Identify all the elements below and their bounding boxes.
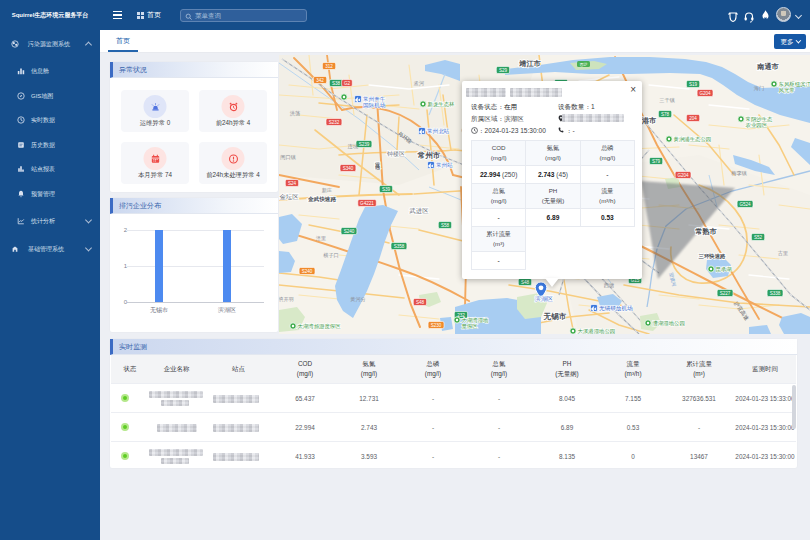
svg-text:无锡硕放机场: 无锡硕放机场 <box>599 305 633 312</box>
svg-text:S78: S78 <box>661 112 670 117</box>
svg-text:S239: S239 <box>359 142 370 147</box>
svg-text:武进区: 武进区 <box>408 207 429 215</box>
svg-text:S230: S230 <box>431 323 442 328</box>
svg-text:常熟市: 常熟市 <box>695 227 717 236</box>
svg-text:G524: G524 <box>739 202 751 207</box>
svg-text:三干镇: 三干镇 <box>659 97 675 103</box>
svg-text:S52: S52 <box>754 235 763 240</box>
svg-text:S48: S48 <box>416 300 425 305</box>
svg-text:S227: S227 <box>720 291 731 296</box>
svg-text:西沙: 西沙 <box>580 62 588 67</box>
svg-text:梅李镇: 梅李镇 <box>730 170 747 177</box>
svg-text:S79: S79 <box>652 159 661 164</box>
svg-text:南通市: 南通市 <box>756 62 779 71</box>
svg-text:S232: S232 <box>329 120 340 125</box>
svg-text:大溪港湿地公园: 大溪港湿地公园 <box>578 328 616 334</box>
svg-text:342: 342 <box>316 78 324 83</box>
svg-text:G2: G2 <box>344 81 351 86</box>
svg-text:孟河: 孟河 <box>413 80 425 87</box>
svg-text:新龙生态林: 新龙生态林 <box>428 101 456 107</box>
svg-text:黄涧浦生态公园: 黄涧浦生态公园 <box>674 136 712 143</box>
svg-text:S24: S24 <box>288 181 297 186</box>
svg-text:金武快速路: 金武快速路 <box>307 196 336 203</box>
svg-text:S58: S58 <box>441 223 450 228</box>
svg-text:常州北站: 常州北站 <box>427 128 450 135</box>
svg-text:港市: 港市 <box>642 116 657 125</box>
svg-text:S340: S340 <box>343 166 354 171</box>
svg-text:S29: S29 <box>499 68 508 73</box>
svg-text:常州站: 常州站 <box>436 162 453 169</box>
svg-text:海门: 海门 <box>754 85 764 92</box>
svg-text:靖江市: 靖江市 <box>518 59 541 68</box>
svg-text:横子口: 横子口 <box>323 252 339 259</box>
svg-text:湟里: 湟里 <box>316 235 326 242</box>
svg-text:G204: G204 <box>677 173 689 178</box>
svg-text:闸口镇: 闸口镇 <box>280 154 296 161</box>
svg-text:三环快速路: 三环快速路 <box>699 253 727 260</box>
svg-text:S19: S19 <box>689 82 698 87</box>
svg-text:S358: S358 <box>394 244 405 249</box>
svg-text:204: 204 <box>689 116 697 121</box>
svg-text:黄河分: 黄河分 <box>350 296 366 303</box>
svg-text:西塘: 西塘 <box>604 282 614 289</box>
svg-text:新庄: 新庄 <box>322 187 332 193</box>
svg-text:连境: 连境 <box>347 143 359 150</box>
svg-text:漕湖湿地公园: 漕湖湿地公园 <box>652 320 685 327</box>
svg-text:钟楼区: 钟楼区 <box>386 150 405 157</box>
svg-text:S38: S38 <box>332 81 341 86</box>
svg-text:S240: S240 <box>344 229 355 234</box>
svg-text:国际机场: 国际机场 <box>363 102 386 109</box>
svg-text:景假区: 景假区 <box>462 323 479 329</box>
svg-text:填开羽: 填开羽 <box>279 296 294 302</box>
svg-text:风光带: 风光带 <box>779 87 796 94</box>
svg-text:滨湖区: 滨湖区 <box>535 295 553 302</box>
svg-text:无锡市: 无锡市 <box>543 312 567 321</box>
svg-text:金坛区: 金坛区 <box>279 193 299 200</box>
svg-text:常州市: 常州市 <box>418 151 441 160</box>
svg-text:G4221: G4221 <box>360 201 374 206</box>
svg-text:G204: G204 <box>699 91 711 96</box>
svg-text:S39: S39 <box>382 187 391 192</box>
svg-text:S240: S240 <box>302 269 313 274</box>
svg-text:古里: 古里 <box>778 250 788 257</box>
svg-text:昆承湖: 昆承湖 <box>716 266 732 273</box>
svg-text:S48: S48 <box>521 280 530 285</box>
svg-text:农业园区: 农业园区 <box>746 122 768 129</box>
svg-text:S338: S338 <box>770 291 781 296</box>
svg-text:洪荡: 洪荡 <box>290 110 300 117</box>
svg-text:312: 312 <box>325 64 333 69</box>
svg-text:太湖湾旅游度假区: 太湖湾旅游度假区 <box>298 323 342 330</box>
